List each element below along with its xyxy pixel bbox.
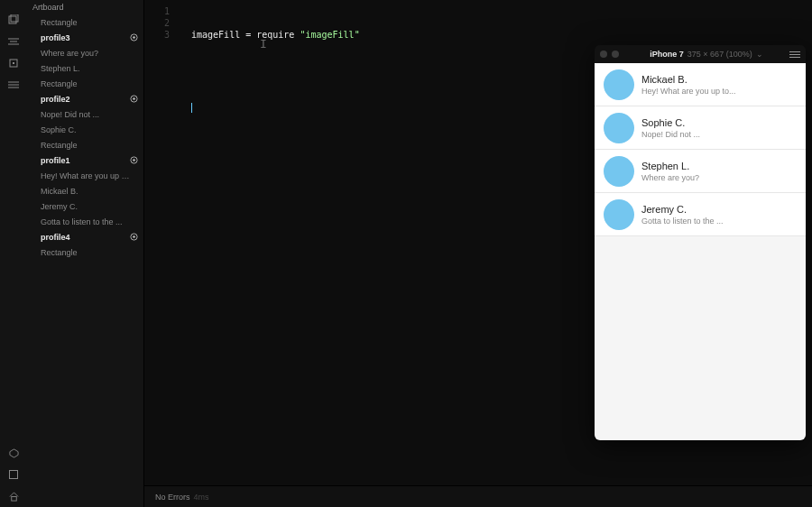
contact-name: Mickael B. [641,74,736,85]
layer-label: profile4 [41,233,70,242]
layers-tool-icon[interactable] [7,14,20,26]
contact-info: Jeremy C.Gotta to listen to the ... [641,204,724,226]
contact-name: Jeremy C. [641,204,724,215]
target-icon[interactable] [130,33,138,41]
preview-window[interactable]: iPhone 7 375 × 667 (100%) ⌄ Mickael B.He… [595,45,806,440]
list-tool-icon[interactable] [7,78,20,91]
layer-label: profile1 [41,156,70,165]
contact-info: Mickael B.Hey! What are you up to... [641,74,736,96]
svg-point-14 [133,36,135,39]
status-label: No Errors [155,493,190,502]
status-timing: 4ms [194,493,209,502]
preview-title-wrap[interactable]: iPhone 7 375 × 667 (100%) ⌄ [623,50,789,59]
layer-item[interactable]: Mickael B. [27,183,143,198]
svg-rect-1 [11,14,18,22]
layer-item[interactable]: Jeremy C. [27,198,143,214]
hamburger-icon[interactable] [789,51,800,58]
layer-label: Hey! What are you up to... [41,171,131,180]
svg-point-16 [133,97,135,100]
contact-subtitle: Hey! What are you up to... [641,87,736,96]
target-icon[interactable] [130,95,138,103]
layer-label: Rectangle [41,141,78,150]
tool-rail [0,0,27,507]
layer-label: Jeremy C. [41,202,78,211]
layer-label: Nope! Did not ... [41,110,99,119]
layer-item[interactable]: Rectangle [27,76,143,91]
line-number: 1 [144,5,177,17]
layer-item[interactable]: Rectangle [27,244,143,260]
target-icon[interactable] [130,156,138,164]
text-caret [191,103,192,113]
contact-row[interactable]: Stephen L.Where are you? [595,150,806,193]
svg-rect-6 [13,62,14,64]
svg-rect-12 [11,496,16,501]
line-number: 2 [144,17,177,29]
layer-item[interactable]: Stephen L. [27,60,143,76]
svg-point-20 [133,235,135,238]
avatar [604,69,634,100]
layer-item[interactable]: profile4 [27,229,143,244]
svg-rect-0 [9,16,16,23]
gutter: 1 2 3 [144,0,177,485]
layer-label: Rectangle [41,79,78,88]
svg-rect-11 [10,471,18,479]
contact-row[interactable]: Jeremy C.Gotta to listen to the ... [595,193,806,236]
contact-list: Mickael B.Hey! What are you up to...Soph… [595,63,806,236]
status-bar: No Errors 4ms [144,485,812,507]
contact-subtitle: Nope! Did not ... [641,130,700,139]
contact-row[interactable]: Sophie C.Nope! Did not ... [595,106,806,150]
layer-label: profile3 [41,33,70,42]
layer-item[interactable]: Where are you? [27,45,143,60]
layer-label: Mickael B. [41,187,78,196]
contact-subtitle: Where are you? [641,173,699,182]
code-line: imageFill = require "imageFill" [191,29,812,41]
layers-panel-title: Artboard [27,0,143,14]
component-tool-icon[interactable] [7,57,20,69]
preview-device-name: iPhone 7 [650,50,684,59]
layer-item[interactable]: profile2 [27,91,143,106]
layer-label: profile2 [41,95,70,104]
contact-subtitle: Gotta to listen to the ... [641,217,724,226]
layer-item[interactable]: Nope! Did not ... [27,106,143,122]
avatar [604,113,634,143]
svg-point-18 [133,159,135,161]
target-icon[interactable] [130,233,138,241]
layer-item[interactable]: Gotta to listen to the ... [27,214,143,229]
layer-item[interactable]: Hey! What are you up to... [27,168,143,183]
layer-label: Stephen L. [41,64,80,73]
layers-list: Rectangleprofile3Where are you?Stephen L… [27,14,143,260]
contact-info: Sophie C.Nope! Did not ... [641,117,700,139]
contact-info: Stephen L.Where are you? [641,161,699,182]
layer-item[interactable]: profile1 [27,152,143,168]
avatar [604,156,634,187]
avatar [604,199,634,230]
hexagon-tool-icon[interactable] [7,447,20,459]
layer-label: Sophie C. [41,125,77,134]
align-tool-icon[interactable] [7,35,20,48]
layers-panel: Artboard Rectangleprofile3Where are you?… [27,0,144,507]
square-tool-icon[interactable] [7,468,20,481]
layer-item[interactable]: Rectangle [27,137,143,152]
chevron-down-icon[interactable]: ⌄ [756,50,763,59]
home-tool-icon[interactable] [7,490,20,502]
contact-name: Stephen L. [641,161,699,171]
traffic-light-min-icon[interactable] [612,51,619,58]
layer-label: Where are you? [41,49,98,58]
layer-label: Rectangle [41,248,78,257]
svg-marker-10 [9,448,17,456]
preview-titlebar[interactable]: iPhone 7 375 × 667 (100%) ⌄ [595,45,806,63]
layer-item[interactable]: profile3 [27,30,143,45]
layer-label: Rectangle [41,18,78,27]
traffic-light-close-icon[interactable] [600,51,607,58]
layer-label: Gotta to listen to the ... [41,217,123,226]
preview-canvas: Mickael B.Hey! What are you up to...Soph… [595,63,806,440]
contact-name: Sophie C. [641,117,700,128]
contact-row[interactable]: Mickael B.Hey! What are you up to... [595,63,806,106]
preview-dimensions: 375 × 667 (100%) [687,50,752,59]
layer-item[interactable]: Sophie C. [27,122,143,137]
layer-item[interactable]: Rectangle [27,14,143,30]
line-number: 3 [144,29,177,41]
